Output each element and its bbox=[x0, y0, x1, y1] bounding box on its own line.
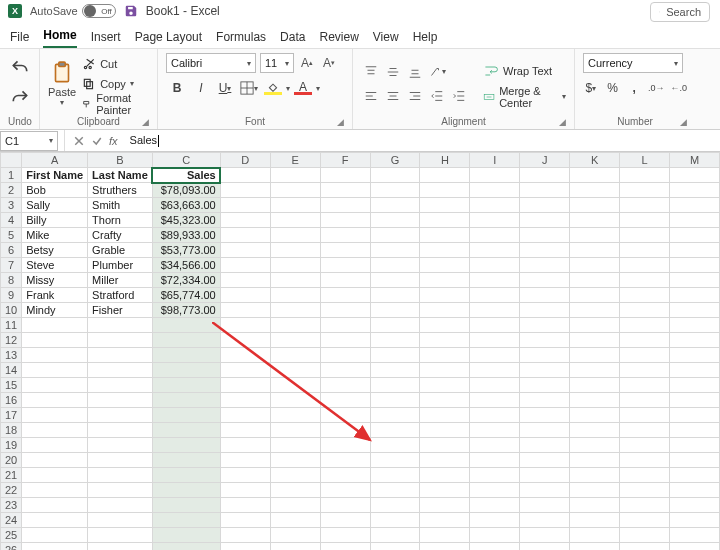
cell[interactable] bbox=[88, 363, 153, 378]
row-header[interactable]: 10 bbox=[1, 303, 22, 318]
cell[interactable] bbox=[220, 318, 270, 333]
cell[interactable] bbox=[88, 408, 153, 423]
cell[interactable]: Bob bbox=[22, 183, 88, 198]
cell[interactable] bbox=[470, 198, 520, 213]
increase-font-icon[interactable]: A▴ bbox=[298, 53, 316, 73]
cell[interactable] bbox=[670, 513, 720, 528]
cell[interactable] bbox=[270, 363, 320, 378]
cell[interactable]: Missy bbox=[22, 273, 88, 288]
cell[interactable] bbox=[570, 393, 620, 408]
cell[interactable] bbox=[220, 363, 270, 378]
orientation-button[interactable]: ▾ bbox=[427, 62, 447, 82]
cell[interactable] bbox=[320, 483, 370, 498]
cell[interactable] bbox=[420, 168, 470, 183]
row-header[interactable]: 2 bbox=[1, 183, 22, 198]
column-header[interactable]: L bbox=[620, 153, 670, 168]
cell[interactable] bbox=[220, 243, 270, 258]
cell[interactable] bbox=[670, 468, 720, 483]
cell[interactable] bbox=[22, 378, 88, 393]
cell[interactable] bbox=[470, 228, 520, 243]
align-bottom-button[interactable] bbox=[405, 62, 425, 82]
row-header[interactable]: 14 bbox=[1, 363, 22, 378]
cell[interactable]: Mindy bbox=[22, 303, 88, 318]
cell[interactable] bbox=[320, 438, 370, 453]
cell[interactable] bbox=[370, 318, 420, 333]
cell[interactable] bbox=[22, 453, 88, 468]
tab-help[interactable]: Help bbox=[413, 28, 438, 48]
cell[interactable]: $89,933.00 bbox=[152, 228, 220, 243]
cell[interactable]: Billy bbox=[22, 213, 88, 228]
cell[interactable] bbox=[420, 528, 470, 543]
cell[interactable] bbox=[370, 213, 420, 228]
cell[interactable] bbox=[470, 468, 520, 483]
row-header[interactable]: 3 bbox=[1, 198, 22, 213]
cell[interactable] bbox=[670, 228, 720, 243]
cell[interactable] bbox=[320, 213, 370, 228]
cell[interactable] bbox=[620, 513, 670, 528]
cell[interactable] bbox=[520, 498, 570, 513]
cell[interactable] bbox=[670, 378, 720, 393]
cell[interactable] bbox=[520, 528, 570, 543]
cell[interactable] bbox=[370, 363, 420, 378]
cell[interactable] bbox=[520, 213, 570, 228]
cell[interactable] bbox=[470, 378, 520, 393]
cell[interactable] bbox=[152, 348, 220, 363]
decrease-font-icon[interactable]: A▾ bbox=[320, 53, 338, 73]
cell[interactable]: Struthers bbox=[88, 183, 153, 198]
number-launcher-icon[interactable]: ◢ bbox=[680, 117, 687, 127]
redo-button[interactable] bbox=[5, 83, 35, 113]
cell[interactable] bbox=[220, 393, 270, 408]
copy-button[interactable]: Copy▾ bbox=[82, 75, 149, 93]
cell[interactable] bbox=[220, 468, 270, 483]
cell[interactable] bbox=[670, 483, 720, 498]
increase-indent-button[interactable] bbox=[449, 86, 469, 106]
row-header[interactable]: 13 bbox=[1, 348, 22, 363]
cell[interactable] bbox=[270, 213, 320, 228]
cell[interactable] bbox=[570, 438, 620, 453]
cell[interactable] bbox=[152, 423, 220, 438]
cell[interactable] bbox=[620, 333, 670, 348]
row-header[interactable]: 6 bbox=[1, 243, 22, 258]
cell[interactable] bbox=[420, 498, 470, 513]
cell[interactable] bbox=[620, 408, 670, 423]
cell[interactable] bbox=[670, 498, 720, 513]
cell[interactable]: Last Name bbox=[88, 168, 153, 183]
cell[interactable] bbox=[620, 348, 670, 363]
wrap-text-button[interactable]: Wrap Text bbox=[483, 60, 566, 82]
cell[interactable] bbox=[370, 453, 420, 468]
row-header[interactable]: 17 bbox=[1, 408, 22, 423]
cell[interactable] bbox=[420, 363, 470, 378]
row-header[interactable]: 5 bbox=[1, 228, 22, 243]
cell[interactable] bbox=[520, 393, 570, 408]
cell[interactable] bbox=[470, 183, 520, 198]
cell[interactable] bbox=[520, 303, 570, 318]
cell[interactable]: Grable bbox=[88, 243, 153, 258]
cell[interactable] bbox=[670, 453, 720, 468]
cell[interactable] bbox=[420, 348, 470, 363]
column-header[interactable]: C bbox=[152, 153, 220, 168]
cell[interactable] bbox=[520, 183, 570, 198]
cell[interactable] bbox=[270, 453, 320, 468]
cell[interactable] bbox=[570, 408, 620, 423]
cell[interactable] bbox=[620, 258, 670, 273]
underline-button[interactable]: U ▾ bbox=[214, 77, 236, 99]
font-size-select[interactable]: 11▾ bbox=[260, 53, 294, 73]
cell[interactable]: $65,774.00 bbox=[152, 288, 220, 303]
percent-format-button[interactable]: % bbox=[605, 77, 621, 99]
cell[interactable] bbox=[570, 318, 620, 333]
cell[interactable] bbox=[670, 423, 720, 438]
cell[interactable] bbox=[520, 513, 570, 528]
cell[interactable] bbox=[370, 468, 420, 483]
cell[interactable] bbox=[470, 303, 520, 318]
cell[interactable] bbox=[470, 423, 520, 438]
cell[interactable] bbox=[270, 438, 320, 453]
cell[interactable] bbox=[420, 303, 470, 318]
cell[interactable] bbox=[270, 348, 320, 363]
cell[interactable] bbox=[220, 513, 270, 528]
cell[interactable] bbox=[620, 273, 670, 288]
cell[interactable] bbox=[420, 258, 470, 273]
cell[interactable] bbox=[220, 408, 270, 423]
cell[interactable] bbox=[620, 198, 670, 213]
cell[interactable] bbox=[370, 303, 420, 318]
cell[interactable] bbox=[320, 408, 370, 423]
